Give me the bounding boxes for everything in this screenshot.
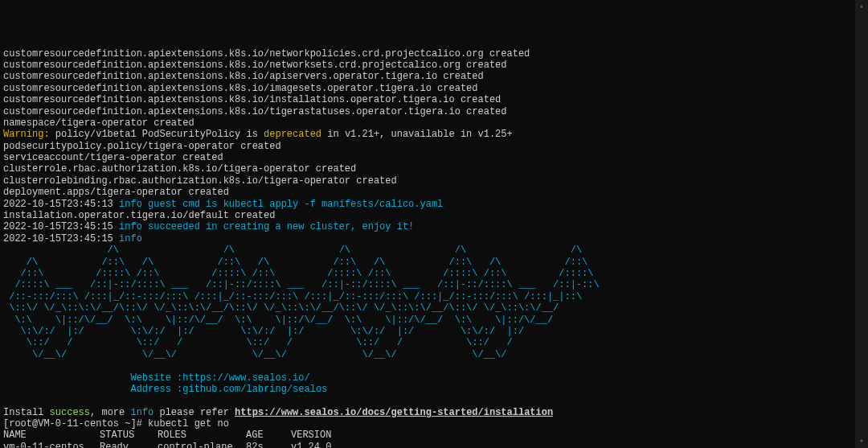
output-line: podsecuritypolicy.policy/tigera-operator…: [3, 141, 281, 152]
output-line: customresourcedefinition.apiextensions.k…: [3, 71, 484, 82]
ascii-art-line: \:\ \|::/\/__/ \:\ \|::/\/__/ \:\ \|::/\…: [3, 314, 553, 326]
address-label: Address :: [3, 384, 182, 395]
output-line: customresourcedefinition.apiextensions.k…: [3, 60, 507, 71]
col-version: VERSION: [291, 430, 331, 441]
col-status: STATUS: [100, 430, 158, 441]
deprecated-label: deprecated: [264, 129, 321, 140]
ascii-art-line: /::-:::/:::\ /:::|_/::-:::/:::\ /:::|_/:…: [3, 291, 582, 302]
output-line: clusterrole.rbac.authorization.k8s.io/ti…: [3, 163, 356, 175]
scroll-down-arrow-icon[interactable]: ▾: [855, 435, 868, 448]
table-row: vm-0-11-centosReadycontrol-plane82sv1.24…: [3, 442, 331, 448]
output-line: namespace/tigera-operator created: [3, 117, 194, 129]
output-line: customresourcedefinition.apiextensions.k…: [3, 48, 530, 60]
ascii-art-line: \::\/ \/_\::\:\/__/\::\/ \/_\::\:\/__/\:…: [3, 302, 559, 314]
install-link: https://www.sealos.io/docs/getting-start…: [235, 407, 553, 418]
ascii-art-line: \:\/:/ |:/ \:\/:/ |:/ \:\/:/ |:/ \:\/:/ …: [3, 326, 524, 337]
scroll-up-arrow-icon[interactable]: ▴: [855, 0, 868, 13]
ascii-art-line: \::/ / \::/ / \::/ / \::/ / \::/ /: [3, 337, 513, 348]
ascii-art-line: /\ /::\ /\ /::\ /\ /::\ /\ /::\ /\ /::\: [3, 257, 588, 268]
cell-name: vm-0-11-centos: [3, 442, 100, 448]
ascii-art-line: \/__\/ \/__\/ \/__\/ \/__\/ \/__\/: [3, 349, 507, 360]
cell-version: v1.24.0: [291, 442, 331, 448]
col-roles: ROLES: [158, 430, 246, 441]
kubectl-table: NAMESTATUSROLESAGEVERSIONvm-0-11-centosR…: [3, 430, 331, 448]
ascii-art-line: /\ /\ /\ /\ /\: [3, 245, 582, 256]
output-line: deployment.apps/tigera-operator created: [3, 187, 229, 198]
timestamp: 2022-10-15T23:45:15: [3, 233, 119, 245]
install-success: success: [50, 407, 90, 418]
terminal-output[interactable]: customresourcedefinition.apiextensions.k…: [0, 47, 868, 448]
info-label: info: [119, 233, 142, 245]
output-line: customresourcedefinition.apiextensions.k…: [3, 106, 507, 117]
output-line: customresourcedefinition.apiextensions.k…: [3, 83, 478, 94]
install-info: info: [130, 407, 154, 418]
warning-text: policy/v1beta1 PodSecurityPolicy is: [50, 129, 264, 140]
output-line: customresourcedefinition.apiextensions.k…: [3, 94, 501, 105]
warning-label: Warning:: [3, 129, 50, 140]
timestamp: 2022-10-15T23:45:13: [3, 199, 119, 210]
address-url: github.com/labring/sealos: [182, 384, 327, 395]
cell-roles: control-plane: [158, 442, 246, 448]
col-age: AGE: [246, 430, 291, 441]
warning-tail: in v1.21+, unavailable in v1.25+: [321, 129, 513, 140]
col-name: NAME: [3, 430, 100, 441]
ascii-art-line: /::\ /::::\ /::\ /::::\ /::\ /::::\ /::\…: [3, 268, 594, 279]
website-label: Website :: [3, 372, 182, 384]
output-line: clusterrolebinding.rbac.authorization.k8…: [3, 175, 397, 187]
output-line: serviceaccount/tigera-operator created: [3, 152, 223, 163]
info-cmd: info guest cmd is kubectl apply -f manif…: [119, 199, 443, 210]
command-input[interactable]: kubectl get no: [148, 418, 229, 430]
timestamp: 2022-10-15T23:45:15: [3, 221, 119, 232]
output-line: installation.operator.tigera.io/default …: [3, 210, 275, 221]
install-text: , more: [90, 407, 130, 418]
vertical-scrollbar[interactable]: ▴ ▾: [855, 0, 868, 448]
install-text: Install: [3, 407, 50, 418]
install-text: please refer: [154, 407, 235, 418]
info-success: info succeeded in creating a new cluster…: [119, 221, 414, 232]
ascii-art-line: /::::\ ___ /::|-::/::::\ ___ /::|-::/:::…: [3, 279, 600, 290]
website-url: https://www.sealos.io/: [182, 372, 309, 384]
cell-age: 82s: [246, 442, 291, 448]
shell-prompt: [root@VM-0-11-centos ~]#: [3, 418, 148, 430]
table-header: NAMESTATUSROLESAGEVERSION: [3, 430, 331, 441]
cell-status: Ready: [100, 442, 158, 448]
